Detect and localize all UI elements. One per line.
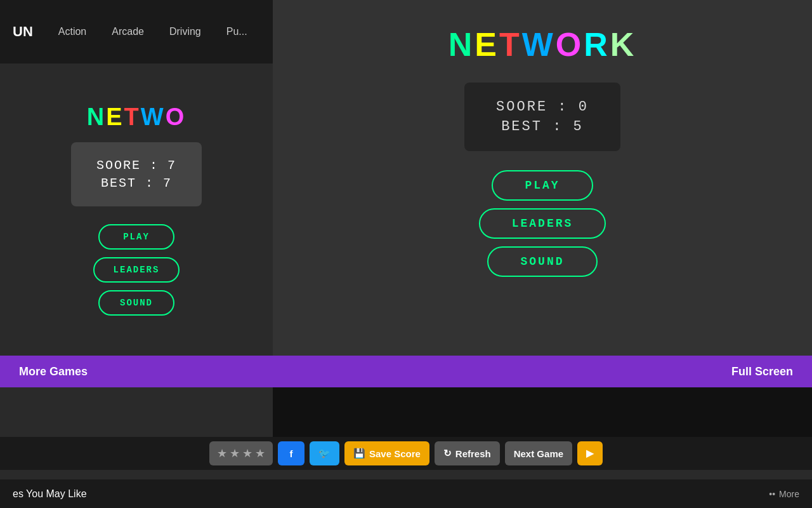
star-3[interactable]: ★ — [242, 446, 252, 460]
more-games-button[interactable]: More Games — [19, 365, 88, 378]
more-link[interactable]: •• More — [769, 489, 799, 499]
game-panel-left: NETWO SOORE : 7 BEST : 7 PLAY LEADERS SO… — [0, 64, 273, 356]
best-label-left: BEST : 7 — [96, 176, 176, 190]
score-box-right: SOORE : 0 BEST : 5 — [464, 83, 620, 151]
play-button-right[interactable]: PLAY — [492, 170, 593, 201]
facebook-button[interactable]: f — [278, 441, 304, 465]
save-score-button[interactable]: 💾 Save Score — [344, 441, 429, 465]
score-value-right: SOORE : 0 — [496, 99, 589, 115]
star-4[interactable]: ★ — [255, 446, 265, 460]
star-1[interactable]: ★ — [217, 446, 227, 460]
star-rating[interactable]: ★ ★ ★ ★ — [209, 441, 273, 465]
logo: UN — [13, 23, 33, 40]
twitter-button[interactable]: 🐦 — [310, 441, 339, 465]
more-dots-icon: •• — [769, 489, 775, 499]
game-buttons-right: PLAY LEADERS SOUND — [479, 170, 606, 277]
bottom-toolbar: ★ ★ ★ ★ f 🐦 💾 Save Score ↻ Refresh Next … — [0, 437, 812, 470]
leaders-button-left[interactable]: LEADERS — [93, 257, 180, 283]
top-navigation: UN Action Arcade Driving Pu... — [0, 0, 273, 64]
leaders-button-right[interactable]: LEADERS — [479, 208, 606, 239]
game-buttons-left: PLAY LEADERS SOUND — [93, 224, 180, 316]
best-value-right: BEST : 5 — [496, 119, 589, 135]
you-may-like-label: es You May Like — [13, 488, 87, 500]
sound-button-right[interactable]: SOUND — [487, 246, 597, 277]
refresh-button[interactable]: ↻ Refresh — [435, 441, 500, 465]
star-2[interactable]: ★ — [230, 446, 240, 460]
network-title-right: NETWORK — [449, 25, 637, 64]
score-box-left: SOORE : 7 BEST : 7 — [71, 142, 202, 206]
game-bottom-black — [273, 381, 812, 438]
refresh-icon: ↻ — [443, 448, 452, 459]
more-label: More — [779, 489, 799, 499]
nav-more[interactable]: Pu... — [226, 26, 247, 37]
next-arrow-button[interactable]: ▶ — [577, 441, 603, 465]
nav-driving[interactable]: Driving — [169, 26, 201, 37]
next-game-label: Next Game — [514, 448, 563, 459]
score-label-left: SOORE : 7 — [96, 158, 176, 173]
nav-arcade[interactable]: Arcade — [112, 26, 144, 37]
refresh-label: Refresh — [455, 448, 491, 459]
next-arrow-icon: ▶ — [586, 448, 594, 459]
action-bar: More Games Full Screen — [0, 356, 812, 387]
sound-button-left[interactable]: SOUND — [98, 290, 174, 316]
save-score-icon: 💾 — [353, 448, 365, 459]
fullscreen-button[interactable]: Full Screen — [731, 365, 793, 378]
nav-action[interactable]: Action — [58, 26, 86, 37]
play-button-left[interactable]: PLAY — [98, 224, 174, 250]
facebook-icon: f — [289, 448, 292, 459]
twitter-icon: 🐦 — [318, 448, 331, 459]
you-may-like-section: es You May Like •• More — [0, 479, 812, 508]
next-game-button[interactable]: Next Game — [505, 441, 572, 465]
save-score-label: Save Score — [369, 448, 421, 459]
network-title-left: NETWO — [87, 104, 186, 131]
